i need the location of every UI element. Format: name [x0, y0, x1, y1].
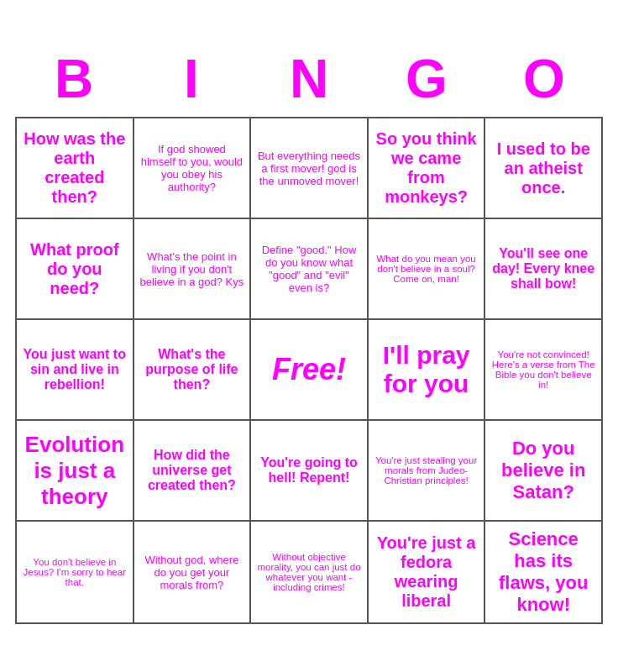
cell-17: You're going to hell! Repent!	[251, 421, 369, 522]
cell-4-text: I used to be an atheist once.	[490, 139, 596, 197]
cell-10-text: You just want to sin and live in rebelli…	[22, 347, 128, 392]
cell-5-text: What proof do you need?	[22, 240, 128, 298]
cell-23: You're just a fedora wearing liberal	[369, 522, 486, 624]
cell-2: But everything needs a first mover! god …	[251, 118, 369, 219]
cell-14: You're not convinced! Here's a verse fro…	[485, 320, 603, 421]
title-b: B	[19, 48, 128, 110]
cell-22-text: Without objective morality, you can just…	[256, 552, 362, 592]
cell-11: What's the purpose of life then?	[134, 320, 252, 421]
cell-23-text: You're just a fedora wearing liberal	[374, 533, 479, 611]
cell-20: You don't believe in Jesus? I'm sorry to…	[17, 522, 134, 624]
bingo-title: B I N G O	[15, 48, 603, 110]
cell-8: What do you mean you don't believe in a …	[369, 219, 486, 320]
cell-9: You'll see one day! Every knee shall bow…	[485, 219, 603, 320]
cell-10: You just want to sin and live in rebelli…	[17, 320, 134, 421]
cell-18: You're just stealing your morals from Ju…	[369, 421, 486, 522]
cell-4: I used to be an atheist once.	[485, 118, 603, 219]
cell-5: What proof do you need?	[17, 219, 134, 320]
cell-6: What's the point in living if you don't …	[134, 219, 252, 320]
bingo-card: B I N G O How was the earth created then…	[7, 39, 611, 633]
cell-7: Define "good." How do you know what "goo…	[251, 219, 369, 320]
cell-2-text: But everything needs a first mover! god …	[256, 150, 362, 187]
cell-21-text: Without god, where do you get your moral…	[139, 554, 245, 591]
cell-19-text: Do you believe in Satan?	[490, 438, 596, 503]
cell-6-text: What's the point in living if you don't …	[139, 250, 245, 288]
title-o: O	[490, 48, 599, 110]
cell-12-free: Free!	[251, 320, 369, 421]
bingo-grid: How was the earth created then? If god s…	[15, 117, 603, 624]
cell-15-text: Evolution is just a theory	[22, 432, 128, 510]
cell-13-text: I'll pray for you	[374, 341, 479, 398]
cell-1: If god showed himself to you, would you …	[134, 118, 252, 219]
cell-9-text: You'll see one day! Every knee shall bow…	[490, 246, 596, 291]
cell-19: Do you believe in Satan?	[485, 421, 603, 522]
cell-18-text: You're just stealing your morals from Ju…	[374, 455, 479, 486]
cell-16: How did the universe get created then?	[134, 421, 252, 522]
cell-3-text: So you think we came from monkeys?	[374, 129, 479, 207]
cell-8-text: What do you mean you don't believe in a …	[374, 254, 479, 284]
title-g: G	[372, 48, 481, 110]
cell-7-text: Define "good." How do you know what "goo…	[256, 244, 362, 294]
cell-24-text: Science has its flaws, you know!	[490, 528, 596, 616]
cell-20-text: You don't believe in Jesus? I'm sorry to…	[22, 557, 128, 587]
cell-17-text: You're going to hell! Repent!	[256, 455, 362, 486]
cell-14-text: You're not convinced! Here's a verse fro…	[490, 349, 596, 390]
cell-24: Science has its flaws, you know!	[485, 522, 603, 624]
cell-12-text: Free!	[272, 352, 346, 387]
cell-22: Without objective morality, you can just…	[251, 522, 369, 624]
title-n: N	[254, 48, 364, 110]
cell-11-text: What's the purpose of life then?	[139, 347, 245, 392]
title-i: I	[137, 48, 246, 110]
cell-0-text: How was the earth created then?	[22, 129, 128, 207]
cell-0: How was the earth created then?	[17, 118, 134, 219]
cell-3: So you think we came from monkeys?	[369, 118, 486, 219]
cell-16-text: How did the universe get created then?	[139, 448, 245, 493]
cell-21: Without god, where do you get your moral…	[134, 522, 252, 624]
cell-15: Evolution is just a theory	[17, 421, 134, 522]
cell-13: I'll pray for you	[369, 320, 486, 421]
cell-1-text: If god showed himself to you, would you …	[139, 143, 245, 193]
